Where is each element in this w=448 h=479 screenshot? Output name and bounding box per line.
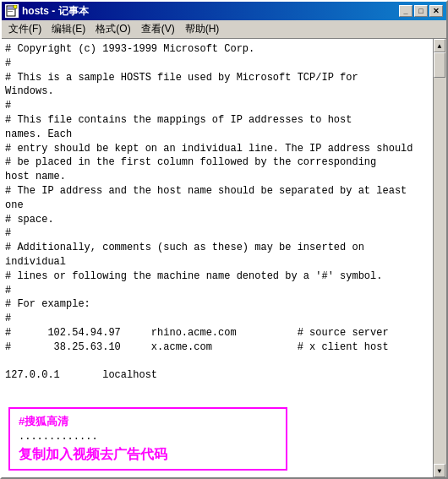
scroll-down-icon: ▼ bbox=[438, 467, 442, 475]
menu-file[interactable]: 文件(F) bbox=[3, 20, 46, 38]
scrollbar[interactable]: ▲ ▼ bbox=[433, 39, 446, 477]
menu-view[interactable]: 查看(V) bbox=[136, 20, 180, 38]
svg-rect-4 bbox=[14, 5, 17, 8]
minimize-button[interactable]: _ bbox=[399, 5, 412, 17]
scroll-down-button[interactable]: ▼ bbox=[434, 464, 445, 477]
scroll-up-icon: ▲ bbox=[438, 42, 442, 50]
svg-rect-2 bbox=[8, 9, 14, 10]
menu-format[interactable]: 格式(O) bbox=[90, 20, 135, 38]
maximize-button[interactable]: □ bbox=[414, 5, 428, 17]
svg-rect-3 bbox=[8, 11, 13, 12]
title-bar-left: hosts - 记事本 bbox=[5, 4, 89, 19]
window-title: hosts - 记事本 bbox=[22, 4, 89, 19]
text-content[interactable]: # Copyright (c) 1993-1999 Microsoft Corp… bbox=[5, 42, 429, 383]
ad-text: 复制加入视频去广告代码 bbox=[19, 446, 277, 464]
scroll-thumb[interactable] bbox=[434, 52, 445, 78]
close-button[interactable]: ✕ bbox=[429, 5, 443, 17]
title-bar: hosts - 记事本 _ □ ✕ bbox=[2, 2, 446, 20]
scroll-up-button[interactable]: ▲ bbox=[434, 39, 445, 52]
notepad-icon bbox=[5, 4, 19, 18]
scroll-track[interactable] bbox=[434, 52, 446, 464]
window: hosts - 记事本 _ □ ✕ 文件(F) 编辑(E) 格式(O) 查看(V… bbox=[0, 0, 448, 479]
menu-help[interactable]: 帮助(H) bbox=[180, 20, 225, 38]
main-area: # Copyright (c) 1993-1999 Microsoft Corp… bbox=[2, 39, 446, 477]
ad-title: #搜狐高清 bbox=[19, 414, 277, 429]
menu-edit[interactable]: 编辑(E) bbox=[46, 20, 90, 38]
ad-overlay: #搜狐高清 ............. 复制加入视频去广告代码 bbox=[8, 407, 287, 471]
title-bar-buttons: _ □ ✕ bbox=[399, 5, 443, 17]
menu-bar: 文件(F) 编辑(E) 格式(O) 查看(V) 帮助(H) bbox=[2, 20, 446, 39]
ad-dots: ............. bbox=[19, 431, 277, 443]
content-area[interactable]: # Copyright (c) 1993-1999 Microsoft Corp… bbox=[2, 39, 433, 477]
